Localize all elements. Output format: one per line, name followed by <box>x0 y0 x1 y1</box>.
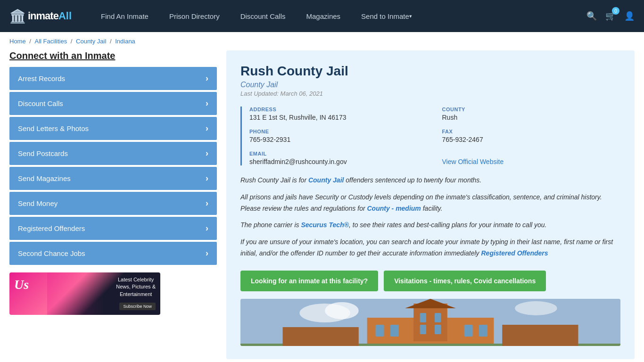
email-label: EMAIL <box>249 151 428 156</box>
phone-value: 765-932-2931 <box>249 136 428 143</box>
email-block: EMAIL sheriffadmin2@rushcounty.in.gov <box>249 151 428 165</box>
desc-3: The phone carrier is Securus Tech®, to s… <box>240 220 620 231</box>
sidebar-arrow-registered-offenders: › <box>206 223 208 233</box>
sidebar-item-send-magazines[interactable]: Send Magazines › <box>9 167 217 190</box>
sidebar-item-send-money[interactable]: Send Money › <box>9 192 217 215</box>
sidebar-item-discount-calls[interactable]: Discount Calls › <box>9 92 217 115</box>
site-logo[interactable]: 🏛️ inmate All <box>9 8 72 24</box>
facility-type: County Jail <box>240 81 620 89</box>
svg-rect-7 <box>376 325 384 337</box>
svg-rect-14 <box>435 325 441 334</box>
sidebar-menu: Arrest Records › Discount Calls › Send L… <box>9 67 217 265</box>
search-icon[interactable]: 🔍 <box>586 11 597 21</box>
info-divider: ADDRESS 131 E 1st St, Rushville, IN 4617… <box>240 107 620 165</box>
sidebar-label-send-postcards: Send Postcards <box>18 149 68 157</box>
address-block: ADDRESS 131 E 1st St, Rushville, IN 4617… <box>249 107 428 121</box>
nav-links: Find An Inmate Prison Directory Discount… <box>91 0 586 32</box>
nav-magazines[interactable]: Magazines <box>296 0 351 32</box>
registered-offenders-link[interactable]: Registered Offenders <box>481 249 548 257</box>
breadcrumb-county-jail[interactable]: County Jail <box>76 38 106 45</box>
breadcrumb: Home / All Facilities / County Jail / In… <box>0 32 644 50</box>
county-block: COUNTY Rush <box>442 107 621 121</box>
phone-block: PHONE 765-932-2931 <box>249 129 428 143</box>
main-content: Connect with an Inmate Arrest Records › … <box>0 50 644 362</box>
ad-logo: Us <box>14 277 29 292</box>
facility-buttons: Looking for an inmate at this facility? … <box>240 271 620 291</box>
sidebar: Connect with an Inmate Arrest Records › … <box>9 50 217 359</box>
county-value: Rush <box>442 114 621 121</box>
svg-point-3 <box>515 301 557 315</box>
svg-rect-12 <box>435 313 441 322</box>
breadcrumb-indiana[interactable]: Indiana <box>115 38 135 45</box>
user-icon[interactable]: 👤 <box>624 11 635 21</box>
sidebar-item-arrest-records[interactable]: Arrest Records › <box>9 67 217 90</box>
cart-badge: 0 <box>612 7 619 15</box>
fax-label: FAX <box>442 129 621 134</box>
sidebar-label-arrest-records: Arrest Records <box>18 74 65 82</box>
sidebar-arrow-send-postcards: › <box>206 148 208 158</box>
breadcrumb-sep-1: / <box>29 38 33 45</box>
facility-description: Rush County Jail is for County Jail offe… <box>240 175 620 259</box>
sidebar-label-send-magazines: Send Magazines <box>18 174 71 182</box>
email-value: sheriffadmin2@rushcounty.in.gov <box>249 158 428 165</box>
website-block: View Official Website <box>442 151 621 165</box>
nav-send-inmate[interactable]: Send to Inmate <box>351 0 422 32</box>
county-medium-link[interactable]: County - medium <box>367 205 421 212</box>
phone-label: PHONE <box>249 129 428 134</box>
facility-content: Rush County Jail County Jail Last Update… <box>226 50 635 359</box>
sidebar-arrow-send-money: › <box>206 198 208 208</box>
logo-icon: 🏛️ <box>9 8 26 24</box>
sidebar-label-discount-calls: Discount Calls <box>18 99 63 107</box>
view-official-website-link[interactable]: View Official Website <box>442 158 504 165</box>
sidebar-label-send-money: Send Money <box>18 199 58 207</box>
find-inmate-button[interactable]: Looking for an inmate at this facility? <box>240 271 378 291</box>
fax-value: 765-932-2467 <box>442 136 621 143</box>
svg-rect-9 <box>464 325 473 337</box>
svg-rect-16 <box>283 327 359 346</box>
sidebar-label-send-letters: Send Letters & Photos <box>18 124 89 132</box>
county-label: COUNTY <box>442 107 621 112</box>
desc-1: Rush County Jail is for County Jail offe… <box>240 175 620 186</box>
svg-rect-8 <box>390 325 399 337</box>
sidebar-arrow-discount-calls: › <box>206 99 208 108</box>
desc-4: If you are unsure of your inmate's locat… <box>240 237 620 259</box>
sidebar-arrow-second-chance-jobs: › <box>206 248 208 258</box>
breadcrumb-all-facilities[interactable]: All Facilities <box>35 38 67 45</box>
sidebar-label-second-chance-jobs: Second Chance Jobs <box>18 249 85 257</box>
cart-icon[interactable]: 🛒 0 <box>605 11 616 21</box>
breadcrumb-sep-2: / <box>71 38 74 45</box>
svg-rect-11 <box>420 313 426 322</box>
sidebar-title: Connect with an Inmate <box>9 50 217 61</box>
info-grid: ADDRESS 131 E 1st St, Rushville, IN 4617… <box>249 107 620 165</box>
address-label: ADDRESS <box>249 107 428 112</box>
county-jail-link-1[interactable]: County Jail <box>308 176 344 184</box>
nav-icons: 🔍 🛒 0 👤 <box>586 11 635 21</box>
ad-subscribe-button[interactable]: Subscribe Now <box>119 303 156 310</box>
svg-rect-10 <box>479 325 487 337</box>
sidebar-item-send-letters[interactable]: Send Letters & Photos › <box>9 117 217 140</box>
ad-text: Latest Celebrity News, Pictures & Entert… <box>116 276 156 298</box>
facility-name: Rush County Jail <box>240 64 620 79</box>
sidebar-item-registered-offenders[interactable]: Registered Offenders › <box>9 217 217 240</box>
svg-rect-13 <box>420 325 426 334</box>
svg-rect-5 <box>413 304 447 341</box>
nav-prison-directory[interactable]: Prison Directory <box>159 0 230 32</box>
breadcrumb-sep-3: / <box>110 38 113 45</box>
sidebar-arrow-send-letters: › <box>206 123 208 133</box>
visitations-button[interactable]: Visitations - times, rules, Covid cancel… <box>384 271 546 291</box>
securus-tech-link[interactable]: Securus Tech® <box>301 221 349 229</box>
sidebar-item-send-postcards[interactable]: Send Postcards › <box>9 142 217 165</box>
sidebar-ad[interactable]: Us Latest Celebrity News, Pictures & Ent… <box>9 272 160 315</box>
nav-discount-calls[interactable]: Discount Calls <box>230 0 296 32</box>
logo-all: All <box>58 10 72 22</box>
address-value: 131 E 1st St, Rushville, IN 46173 <box>249 114 428 121</box>
sidebar-arrow-arrest-records: › <box>206 74 208 83</box>
fax-block: FAX 765-932-2467 <box>442 129 621 143</box>
svg-point-2 <box>325 302 359 319</box>
logo-text: inmate <box>28 10 58 22</box>
nav-find-inmate[interactable]: Find An Inmate <box>91 0 159 32</box>
breadcrumb-home[interactable]: Home <box>9 38 26 45</box>
sidebar-item-second-chance-jobs[interactable]: Second Chance Jobs › <box>9 242 217 265</box>
sidebar-arrow-send-magazines: › <box>206 173 208 183</box>
navigation: 🏛️ inmate All Find An Inmate Prison Dire… <box>0 0 644 32</box>
